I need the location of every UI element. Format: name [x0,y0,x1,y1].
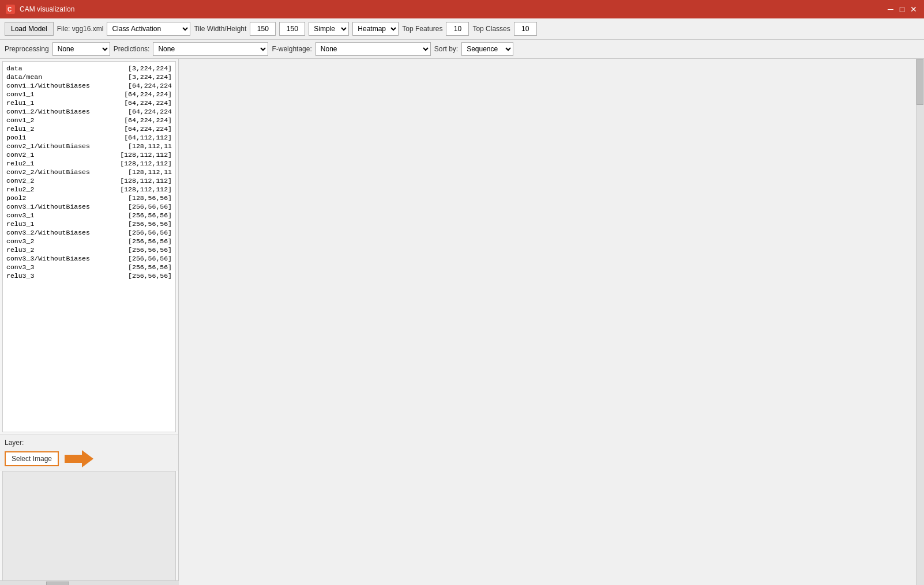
layer-shape: [256,56,56] [128,272,172,280]
simple-select[interactable]: Simple Advanced [309,22,349,36]
tile-height-input[interactable] [279,22,305,36]
top-classes-input[interactable] [514,22,537,36]
layer-shape: [256,56,56] [128,263,172,271]
layer-shape: [3,224,224] [128,73,172,81]
sort-by-label: Sort by: [434,45,458,53]
layer-row[interactable]: conv3_2[256,56,56] [6,237,172,246]
f-weightage-label: F-weightage: [272,45,311,53]
layer-row[interactable]: conv1_2[64,224,224] [6,116,172,124]
layer-shape: [256,56,56] [128,203,172,210]
layer-name: relu2_2 [6,186,110,193]
title-bar: C CAM visualization ─ □ ✕ [0,0,924,18]
layer-row[interactable]: conv1_2/WithoutBiases[64,224,224 [6,107,172,116]
layer-row[interactable]: conv2_1[128,112,112] [6,150,172,159]
f-weightage-select[interactable]: None [315,42,431,56]
layer-row[interactable]: conv2_2[128,112,112] [6,176,172,185]
right-scrollbar[interactable] [916,59,924,585]
layer-row[interactable]: conv2_2/WithoutBiases[128,112,11 [6,168,172,176]
load-model-button[interactable]: Load Model [5,22,54,36]
right-panel [179,59,924,585]
layer-row[interactable]: relu1_2[64,224,224] [6,124,172,133]
layer-name: data/mean [6,73,110,81]
layer-shape: [256,56,56] [128,220,172,228]
layer-row[interactable]: conv1_1[64,224,224] [6,90,172,99]
tile-width-input[interactable] [250,22,276,36]
layer-shape: [128,112,112] [120,160,172,167]
minimize-button[interactable]: ─ [886,5,895,14]
layer-shape: [64,112,112] [124,134,172,141]
layer-name: conv3_1 [6,212,110,219]
layer-shape: [128,112,11 [128,168,172,176]
class-activation-select[interactable]: Class Activation Gradient CAM Score-CAM [107,22,190,36]
predictions-select[interactable]: None [153,42,268,56]
layer-label: Layer: [5,439,174,447]
layer-name: conv2_2 [6,177,110,184]
layer-row[interactable]: conv3_1/WithoutBiases[256,56,56] [6,202,172,211]
layer-shape: [128,112,112] [120,151,172,158]
layer-name: conv3_3 [6,263,110,271]
right-scrollbar-thumb[interactable] [917,59,923,105]
layer-shape: [128,112,11 [128,142,172,150]
layer-name: conv1_1/WithoutBiases [6,82,110,89]
layer-name: relu2_1 [6,160,110,167]
layer-row[interactable]: conv3_1[256,56,56] [6,211,172,220]
layer-shape: [64,224,224] [124,99,172,107]
layer-row[interactable]: conv1_1/WithoutBiases[64,224,224 [6,81,172,90]
layer-row[interactable]: conv3_2/WithoutBiases[256,56,56] [6,228,172,237]
sort-by-select[interactable]: Sequence Alphabetical [461,42,513,56]
layer-name: conv3_3/WithoutBiases [6,255,110,262]
layer-name: data [6,65,110,72]
layer-row[interactable]: relu3_3[256,56,56] [6,271,172,280]
close-button[interactable]: ✕ [909,5,918,14]
layer-shape: [128,112,112] [120,177,172,184]
layer-name: relu1_2 [6,125,110,133]
bottom-scrollbar[interactable] [0,580,179,585]
layer-row[interactable]: conv3_3/WithoutBiases[256,56,56] [6,254,172,263]
layer-name: pool2 [6,194,110,202]
preprocessing-select[interactable]: None Normalize Standardize [52,42,110,56]
bottom-scrollbar-thumb[interactable] [46,582,69,586]
layer-footer: Layer: Select Image [0,435,178,471]
heatmap-select[interactable]: Heatmap Overlay [352,22,399,36]
layer-row[interactable]: pool1[64,112,112] [6,133,172,142]
layer-name: relu3_1 [6,220,110,228]
layer-row[interactable]: conv2_1/WithoutBiases[128,112,11 [6,142,172,150]
layer-list[interactable]: data[3,224,224]data/mean[3,224,224]conv1… [2,61,176,432]
layer-row[interactable]: relu3_2[256,56,56] [6,246,172,254]
layer-name: conv3_1/WithoutBiases [6,203,110,210]
layer-row[interactable]: pool2[128,56,56] [6,194,172,202]
layer-name: conv1_1 [6,90,110,98]
top-features-input[interactable] [446,22,469,36]
top-features-label: Top Features [402,25,442,33]
predictions-label: Predictions: [114,45,150,53]
layer-shape: [256,56,56] [128,229,172,236]
layer-row[interactable]: relu3_1[256,56,56] [6,220,172,228]
main-area: data[3,224,224]data/mean[3,224,224]conv1… [0,59,924,585]
layer-shape: [3,224,224] [128,65,172,72]
layer-name: conv2_1/WithoutBiases [6,142,110,150]
layer-row[interactable]: relu1_1[64,224,224] [6,99,172,107]
layer-shape: [256,56,56] [128,212,172,219]
select-image-button[interactable]: Select Image [5,451,59,466]
layer-row[interactable]: relu2_2[128,112,112] [6,185,172,194]
layer-name: relu1_1 [6,99,110,107]
layer-row[interactable]: relu2_1[128,112,112] [6,159,172,168]
layer-row[interactable]: data/mean[3,224,224] [6,73,172,81]
layer-name: pool1 [6,134,110,141]
second-toolbar: Preprocessing None Normalize Standardize… [0,40,924,59]
layer-name: conv3_2/WithoutBiases [6,229,110,236]
layer-row[interactable]: conv3_3[256,56,56] [6,263,172,271]
layer-shape: [128,56,56] [128,194,172,202]
tile-width-height-label: Tile Width/Height [194,25,246,33]
layer-shape: [128,112,112] [120,186,172,193]
top-classes-label: Top Classes [472,25,510,33]
layer-name: conv1_2/WithoutBiases [6,108,110,115]
layer-name: relu3_3 [6,272,110,280]
layer-row[interactable]: data[3,224,224] [6,64,172,73]
layer-shape: [64,224,224 [128,82,172,89]
maximize-button[interactable]: □ [897,5,907,14]
svg-text:C: C [7,6,12,13]
file-label: File: vgg16.xml [57,25,104,33]
layer-shape: [256,56,56] [128,237,172,245]
title-bar-left: C CAM visualization [6,5,74,14]
